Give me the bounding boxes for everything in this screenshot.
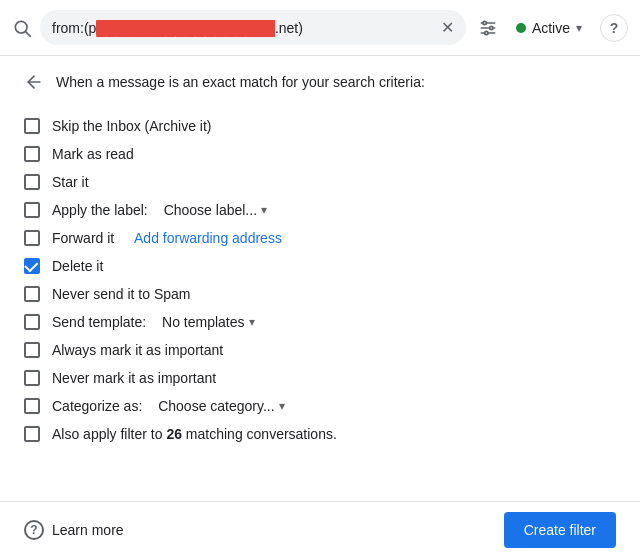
learn-more-link[interactable]: ? Learn more [24,520,124,540]
option-star-it: Star it [24,168,616,196]
label-also-apply: Also apply filter to 26 matching convers… [52,426,337,442]
back-button[interactable] [24,72,44,92]
category-select[interactable]: Choose category... ▾ [158,398,284,414]
template-select[interactable]: No templates ▾ [162,314,254,330]
label-select[interactable]: Choose label... ▾ [164,202,267,218]
search-query-text: from:(p██████████████████.net) [52,20,435,36]
label-categorize: Categorize as: [52,398,146,414]
label-select-text: Choose label... [164,202,257,218]
checkbox-categorize[interactable] [24,398,40,414]
checkbox-delete-it[interactable] [24,258,40,274]
svg-point-5 [483,21,486,24]
learn-more-icon: ? [24,520,44,540]
clear-search-icon[interactable]: ✕ [441,18,454,37]
active-label: Active [532,20,570,36]
label-send-template: Send template: [52,314,150,330]
chevron-down-icon: ▾ [279,399,285,413]
option-categorize: Categorize as: Choose category... ▾ [24,392,616,420]
label-star-it: Star it [52,174,89,190]
option-send-template: Send template: No templates ▾ [24,308,616,336]
label-always-important: Always mark it as important [52,342,223,358]
template-select-text: No templates [162,314,244,330]
learn-more-label: Learn more [52,522,124,538]
option-never-important: Never mark it as important [24,364,616,392]
chevron-down-icon: ▾ [261,203,267,217]
checkbox-forward-it[interactable] [24,230,40,246]
option-forward-it: Forward it Add forwarding address [24,224,616,252]
checkbox-apply-label[interactable] [24,202,40,218]
svg-point-6 [490,26,493,29]
chevron-down-icon: ▾ [249,315,255,329]
category-select-text: Choose category... [158,398,274,414]
option-always-important: Always mark it as important [24,336,616,364]
search-icon [12,18,32,38]
option-delete-it: Delete it [24,252,616,280]
label-never-important: Never mark it as important [52,370,216,386]
checkbox-never-important[interactable] [24,370,40,386]
checkbox-star-it[interactable] [24,174,40,190]
checkbox-mark-read[interactable] [24,146,40,162]
back-row: When a message is an exact match for you… [24,72,616,92]
option-mark-read: Mark as read [24,140,616,168]
option-also-apply: Also apply filter to 26 matching convers… [24,420,616,448]
label-never-spam: Never send it to Spam [52,286,191,302]
tune-icon[interactable] [478,18,498,38]
checkbox-send-template[interactable] [24,314,40,330]
criteria-text: When a message is an exact match for you… [56,74,425,90]
chevron-down-icon: ▾ [576,21,582,35]
option-skip-inbox: Skip the Inbox (Archive it) [24,112,616,140]
label-delete-it: Delete it [52,258,103,274]
search-bar[interactable]: from:(p██████████████████.net) ✕ [40,10,466,45]
label-forward-it: Forward it [52,230,122,246]
add-forwarding-address-link[interactable]: Add forwarding address [134,230,282,246]
label-apply-label: Apply the label: [52,202,152,218]
option-never-spam: Never send it to Spam [24,280,616,308]
option-apply-label: Apply the label: Choose label... ▾ [24,196,616,224]
svg-point-7 [485,31,488,34]
checkbox-skip-inbox[interactable] [24,118,40,134]
checkbox-always-important[interactable] [24,342,40,358]
label-mark-read: Mark as read [52,146,134,162]
checkbox-never-spam[interactable] [24,286,40,302]
svg-line-1 [26,31,31,36]
footer: ? Learn more Create filter [0,501,640,557]
options-list: Skip the Inbox (Archive it) Mark as read… [24,112,616,448]
label-skip-inbox: Skip the Inbox (Archive it) [52,118,212,134]
active-status-badge[interactable]: Active ▾ [506,14,592,42]
active-dot [516,23,526,33]
help-icon[interactable]: ? [600,14,628,42]
checkbox-also-apply[interactable] [24,426,40,442]
main-content: When a message is an exact match for you… [0,56,640,501]
top-bar: from:(p██████████████████.net) ✕ Active … [0,0,640,56]
create-filter-button[interactable]: Create filter [504,512,616,548]
